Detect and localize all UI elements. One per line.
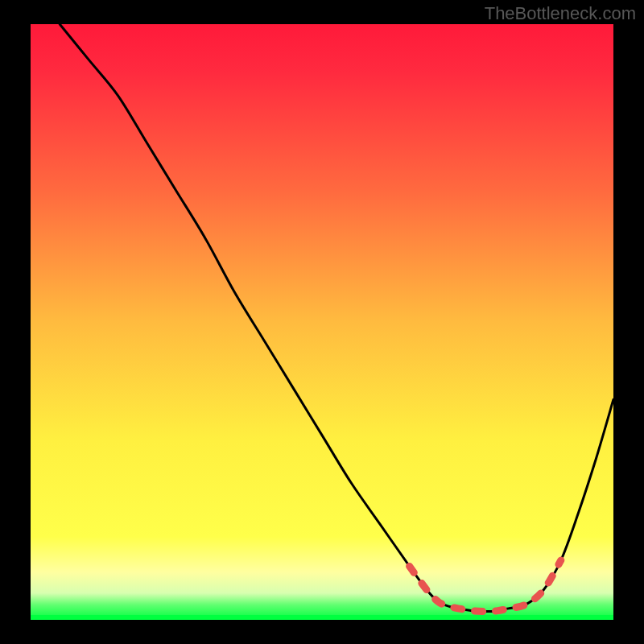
watermark-text: TheBottleneck.com xyxy=(485,3,636,24)
green-baseline xyxy=(31,615,613,620)
chart-container: TheBottleneck.com xyxy=(0,0,644,644)
bottleneck-chart xyxy=(0,0,644,644)
plot-area xyxy=(31,24,613,620)
